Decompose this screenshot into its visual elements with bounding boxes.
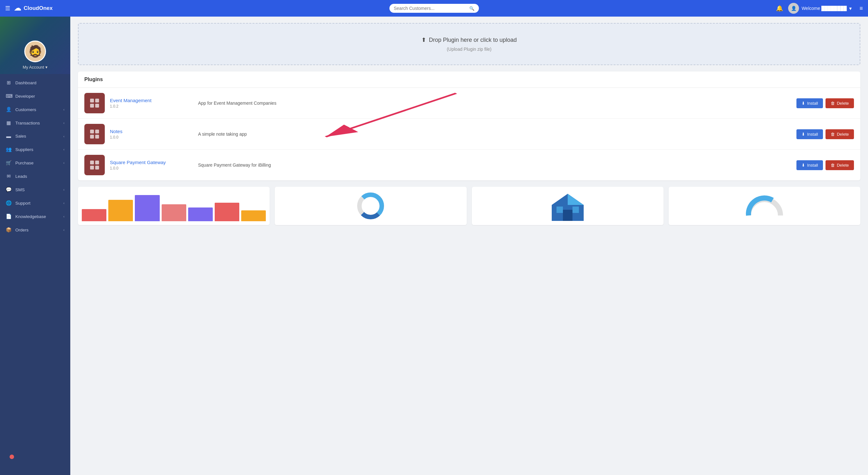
- plugin-name-notes[interactable]: Notes: [110, 129, 193, 134]
- plugin-desc-square-payment-gateway: Square Payment Gateway for iBilling: [198, 163, 791, 168]
- sidebar-item-sales[interactable]: ▬ Sales ‹: [0, 130, 70, 143]
- transactions-icon: ▦: [6, 120, 11, 126]
- sidebar-item-label: Support: [16, 201, 30, 206]
- plugin-row-notes: Notes 1.0.0 A simple note taking app ⬇ I…: [78, 119, 860, 150]
- user-menu[interactable]: 👤 Welcome ████████ ▾: [788, 3, 852, 14]
- plugin-actions-event-management: ⬇ Install 🗑 Delete: [797, 98, 854, 108]
- plugin-version-notes: 1.0.0: [110, 135, 193, 139]
- svg-rect-1: [95, 99, 99, 102]
- plugin-row-event-management: Event Management 1.0.2 App for Event Man…: [78, 88, 860, 119]
- svg-rect-21: [557, 207, 563, 213]
- sidebar-item-orders[interactable]: 📦 Orders ‹: [0, 223, 70, 237]
- bar-7: [241, 210, 266, 221]
- orders-icon: 📦: [6, 227, 11, 233]
- plugin-actions-notes: ⬇ Install 🗑 Delete: [797, 129, 854, 139]
- plugin-icon-notes: [84, 124, 105, 144]
- plugin-name-square-payment-gateway[interactable]: Square Payment Gateway: [110, 160, 193, 165]
- plugins-section: Plugins Event Management 1.0.2 App for E…: [78, 71, 860, 180]
- chevron-icon: ‹: [63, 147, 65, 151]
- upload-zone[interactable]: ⬆ Drop Plugin here or click to upload (U…: [78, 23, 860, 65]
- plugin-version-square-payment-gateway: 1.0.0: [110, 166, 193, 170]
- sidebar-nav: ⊞ Dashboard ⌨ Developer 👤 Customers ‹ ▦ …: [0, 74, 70, 238]
- purchase-icon: 🛒: [6, 160, 11, 166]
- support-icon: 🌐: [6, 200, 11, 206]
- sidebar-item-label: Sales: [16, 134, 26, 139]
- chevron-icon: ‹: [63, 108, 65, 111]
- developer-icon: ⌨: [6, 93, 11, 99]
- bar-3: [135, 195, 159, 221]
- notifications-bell-icon[interactable]: 🔔: [776, 5, 783, 12]
- search-bar[interactable]: 🔍: [390, 4, 479, 13]
- plugin-blocks-icon: [89, 159, 100, 171]
- install-button-event-management[interactable]: ⬇ Install: [797, 98, 823, 108]
- svg-marker-19: [568, 194, 584, 205]
- sidebar-item-dashboard[interactable]: ⊞ Dashboard: [0, 76, 70, 90]
- plugin-icon-square-payment-gateway: [84, 155, 105, 175]
- suppliers-icon: 👥: [6, 146, 11, 152]
- plugin-actions-square-payment-gateway: ⬇ Install 🗑 Delete: [797, 160, 854, 170]
- main-content: ⬆ Drop Plugin here or click to upload (U…: [70, 16, 868, 475]
- chart-card-4: [669, 187, 860, 225]
- trash-icon: 🗑: [831, 101, 835, 106]
- knowledgebase-icon: 📄: [6, 213, 11, 219]
- hamburger-menu-icon[interactable]: ☰: [5, 5, 10, 12]
- search-icon: 🔍: [469, 6, 474, 11]
- sidebar-item-transactions[interactable]: ▦ Transactions ‹: [0, 116, 70, 130]
- plugin-version-event-management: 1.0.2: [110, 104, 193, 108]
- leads-icon: ✉: [6, 173, 11, 179]
- svg-rect-7: [95, 135, 99, 139]
- avatar-face: 🧔: [28, 46, 42, 57]
- sidebar-item-sms[interactable]: 💬 SMS ‹: [0, 183, 70, 196]
- sidebar-item-knowledgebase[interactable]: 📄 Knowledgebase ‹: [0, 210, 70, 223]
- sidebar-item-label: Suppliers: [16, 147, 33, 152]
- sales-icon: ▬: [6, 133, 11, 139]
- bar-5: [188, 207, 213, 221]
- top-navigation: ☰ ☁ CloudOnex 🔍 🔔 👤 Welcome ████████ ▾ ≡: [0, 0, 868, 16]
- donut-chart: [354, 190, 386, 222]
- my-account-chevron-icon: ▾: [45, 65, 48, 70]
- delete-button-square-payment-gateway[interactable]: 🗑 Delete: [826, 160, 854, 170]
- sidebar-item-customers[interactable]: 👤 Customers ‹: [0, 103, 70, 116]
- sidebar-item-label: Purchase: [16, 161, 34, 165]
- upload-icon: ⬆: [422, 36, 426, 43]
- delete-button-event-management[interactable]: 🗑 Delete: [826, 98, 854, 108]
- avatar: 🧔: [24, 40, 46, 62]
- chevron-icon: ‹: [63, 214, 65, 218]
- sidebar-item-label: SMS: [16, 188, 25, 192]
- plugin-desc-notes: A simple note taking app: [198, 132, 791, 137]
- chevron-icon: ‹: [63, 121, 65, 125]
- plugin-desc-event-management: App for Event Management Companies: [198, 101, 791, 106]
- sidebar-profile: 🧔 My Account ▾: [0, 16, 70, 74]
- brand-logo: ☁ CloudOnex: [14, 4, 53, 12]
- sidebar-item-support[interactable]: 🌐 Support ‹: [0, 196, 70, 210]
- install-button-square-payment-gateway[interactable]: ⬇ Install: [797, 160, 823, 170]
- dashboard-icon: ⊞: [6, 80, 11, 86]
- my-account-button[interactable]: My Account ▾: [23, 65, 48, 70]
- building-chart: [545, 191, 590, 223]
- svg-rect-0: [90, 99, 94, 102]
- svg-rect-4: [90, 130, 94, 133]
- sidebar-item-suppliers[interactable]: 👥 Suppliers ‹: [0, 143, 70, 156]
- install-button-notes[interactable]: ⬇ Install: [797, 129, 823, 139]
- lines-menu-icon[interactable]: ≡: [859, 5, 863, 12]
- sidebar: 🧔 My Account ▾ ⊞ Dashboard ⌨ Developer 👤…: [0, 16, 70, 475]
- trash-icon: 🗑: [831, 132, 835, 137]
- search-input[interactable]: [394, 6, 467, 11]
- sidebar-item-purchase[interactable]: 🛒 Purchase ‹: [0, 156, 70, 170]
- trash-icon: 🗑: [831, 163, 835, 168]
- sidebar-item-leads[interactable]: ✉ Leads: [0, 170, 70, 183]
- plugin-row-square-payment-gateway: Square Payment Gateway 1.0.0 Square Paym…: [78, 150, 860, 180]
- plugin-info-square-payment-gateway: Square Payment Gateway 1.0.0: [110, 160, 193, 170]
- bar-6: [215, 203, 239, 221]
- bottom-cards: [78, 187, 860, 225]
- delete-button-notes[interactable]: 🗑 Delete: [826, 129, 854, 139]
- sidebar-item-label: Leads: [16, 174, 27, 179]
- bar-1: [82, 209, 106, 221]
- chevron-icon: ‹: [63, 188, 65, 192]
- sidebar-item-developer[interactable]: ⌨ Developer: [0, 90, 70, 103]
- chevron-icon: ‹: [63, 161, 65, 165]
- brand-name: CloudOnex: [24, 5, 53, 11]
- svg-rect-11: [95, 166, 99, 170]
- plugin-name-event-management[interactable]: Event Management: [110, 98, 193, 103]
- svg-rect-10: [90, 166, 94, 170]
